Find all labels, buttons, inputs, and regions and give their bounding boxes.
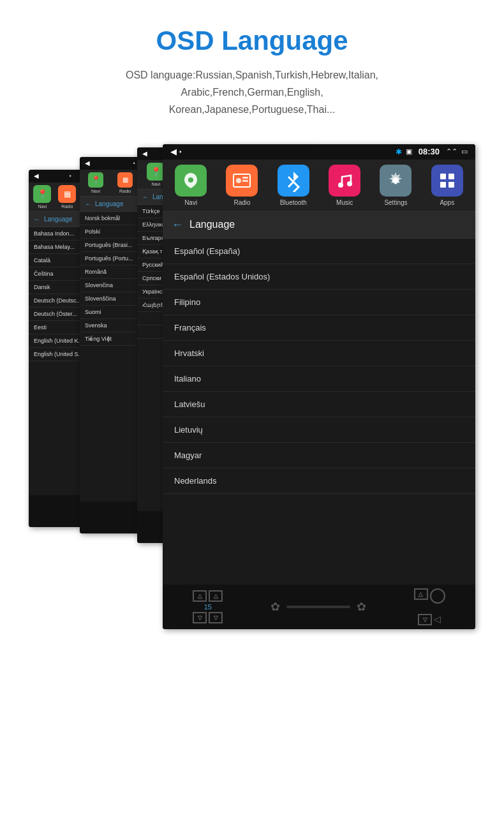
navi-icon-1[interactable]: 📍 Navi [33,185,51,209]
svg-line-5 [288,177,293,182]
list-item[interactable]: Español (Estados Unidos) [163,264,475,290]
header-subtitle: OSD language:Russian,Spanish,Turkish,Heb… [13,66,491,119]
ctrl-dn-tl[interactable]: ▽ [193,612,207,623]
ctrl-left-main: △ △ 15 ▽ ▽ [193,590,223,623]
list-item[interactable]: Lietuvių [163,417,475,443]
svg-point-8 [347,181,352,186]
fan-left-icon: ✿ [271,600,280,614]
page-title: OSD Language [13,26,491,56]
fan-right-icon: ✿ [357,600,366,614]
bottom-controls-main: △ △ 15 ▽ ▽ ✿ ✿ △ [163,585,475,629]
ctrl-up-tr[interactable]: △ [209,590,223,602]
radio-icon-2[interactable]: ▦ Radio [117,172,133,193]
svg-point-2 [236,178,241,183]
list-item[interactable]: Nederlands [163,468,475,494]
time-main: 08:30 [419,147,440,156]
list-item[interactable]: Filipino [163,290,475,315]
svg-rect-3 [242,177,248,179]
screenshots-container: ◀ ▪ ✱ ▣ 08:30 ⌃⌃ ▭ 📍 Navi ▦ Radio [29,144,475,667]
svg-rect-10 [440,174,446,179]
settings-icon-main[interactable]: Settings [380,165,411,206]
ctrl-dn-br[interactable]: ▽ [418,614,432,625]
svg-point-7 [338,183,343,188]
radio-icon-1[interactable]: ▦ Radio [58,185,76,209]
list-item[interactable]: Latviešu [163,392,475,417]
svg-line-6 [288,182,293,187]
svg-point-0 [188,177,193,183]
svg-rect-12 [440,182,446,188]
screen-4-main: ◀ ▪ ✱ ▣ 08:30 ⌃⌃ ▭ [163,144,475,629]
ctrl-right-main: △ ▽ ◁ [414,588,445,625]
svg-rect-4 [242,180,248,182]
lang-header-main: ← Language [163,212,475,239]
navi-icon-2[interactable]: 📍 Navi [88,172,103,193]
list-item[interactable]: Italiano [163,366,475,392]
app-bar-main: Navi Radio [163,160,475,212]
lang-list-main: Español (España) Español (Estados Unidos… [163,239,475,585]
ctrl-dn-tr[interactable]: ▽ [209,612,223,623]
list-item[interactable]: Hrvatski [163,341,475,366]
list-item[interactable]: Español (España) [163,239,475,264]
radio-icon-main[interactable]: Radio [226,165,258,206]
apps-icon-main[interactable]: Apps [431,165,463,206]
ctrl-up-tl[interactable]: △ [193,590,207,602]
fan-controls: ✿ ✿ [271,600,366,614]
ctrl-circle[interactable] [430,588,445,604]
status-bar-main: ◀ ▪ ✱ ▣ 08:30 ⌃⌃ ▭ [163,144,475,160]
list-item[interactable]: Français [163,315,475,341]
navi-icon-main[interactable]: Navi [175,165,207,206]
svg-rect-13 [448,182,454,188]
ctrl-up-br[interactable]: △ [414,588,428,600]
music-icon-main[interactable]: Music [329,165,360,206]
header-section: OSD Language OSD language:Russian,Spanis… [0,0,504,131]
bluetooth-label: Bluetooth [280,199,307,206]
svg-rect-11 [448,174,454,179]
volume-slider[interactable] [286,606,350,608]
list-item[interactable]: Magyar [163,443,475,468]
back-triangle-icon[interactable]: ◁ [434,614,441,625]
bluetooth-icon-main[interactable]: Bluetooth [278,165,309,206]
